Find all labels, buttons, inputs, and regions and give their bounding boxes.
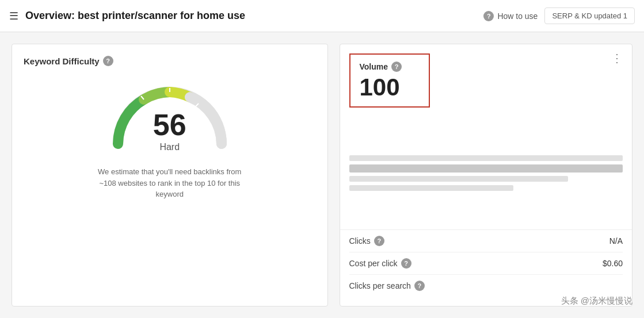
cps-label: Clicks per search ? [349,281,425,291]
stats-section: Clicks ? N/A Cost per click ? $0.60 Clic… [340,229,632,306]
cpc-help-icon[interactable]: ? [401,258,411,269]
skeleton-chart [340,108,632,229]
more-options-icon[interactable]: ⋮ [609,44,625,72]
how-to-use-button[interactable]: ? How to use [483,11,538,21]
volume-help-icon[interactable]: ? [391,62,402,72]
skeleton-bar-2 [349,164,623,173]
menu-icon[interactable]: ☰ [9,10,18,22]
volume-top: Volume ? 100 ⋮ [340,44,632,108]
cpc-value: $0.60 [603,259,623,268]
stat-row-cpc: Cost per click ? $0.60 [349,252,623,275]
gauge-chart: 56 Hard [106,78,233,152]
volume-value: 100 [360,75,420,99]
serp-badge: SERP & KD updated 1 [544,7,635,24]
volume-section: Volume ? 100 [349,53,430,108]
gauge-score: 56 [153,110,186,140]
cpc-label: Cost per click ? [349,258,411,269]
kd-help-icon[interactable]: ? [103,56,113,66]
how-to-use-label: How to use [497,12,538,21]
page-title: Overview: best printer/scanner for home … [25,10,477,22]
cps-help-icon[interactable]: ? [414,281,425,291]
skeleton-bar-4 [349,185,513,191]
stat-row-cps: Clicks per search ? [349,275,623,297]
gauge-difficulty-label: Hard [159,142,180,152]
skeleton-bar-1 [349,155,623,161]
kd-label: Keyword Difficulty ? [24,56,113,66]
clicks-help-icon[interactable]: ? [374,236,384,246]
skeleton-bar-3 [349,176,568,182]
stat-row-clicks: Clicks ? N/A [349,230,623,252]
keyword-difficulty-panel: Keyword Difficulty ? 56 [12,44,328,306]
clicks-value: N/A [609,236,623,246]
main-content: Keyword Difficulty ? 56 [0,32,644,318]
clicks-label: Clicks ? [349,236,384,246]
header: ☰ Overview: best printer/scanner for hom… [0,0,644,32]
volume-panel: Volume ? 100 ⋮ Clicks ? N/A [340,44,633,306]
estimate-text: We estimate that you'll need backlinks f… [89,166,250,200]
volume-label: Volume ? [360,62,420,72]
help-icon: ? [483,11,494,21]
